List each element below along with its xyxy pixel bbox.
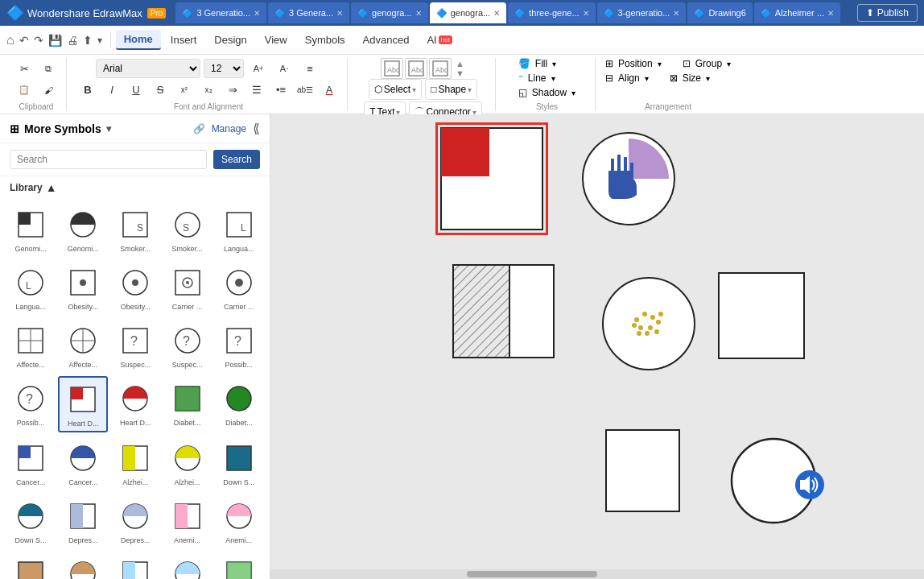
list-item[interactable]: Asthm... <box>58 552 108 579</box>
font-family-select[interactable]: Arial <box>96 59 200 78</box>
tab-close-2[interactable]: ✕ <box>336 9 343 18</box>
list-item[interactable]: Autism... <box>215 552 263 579</box>
list-item[interactable]: Diabet... <box>163 376 212 432</box>
position-dropdown-arrow[interactable]: ▾ <box>658 60 662 68</box>
redo-icon[interactable]: ↷ <box>34 34 43 47</box>
list-item[interactable]: ? Suspec... <box>163 318 212 373</box>
list-item[interactable]: Heart D... <box>58 376 108 432</box>
list-button[interactable]: ☰ <box>245 80 268 101</box>
menu-insert[interactable]: Insert <box>163 31 205 49</box>
canvas-shape-6[interactable] <box>604 428 681 513</box>
list-item[interactable]: Albinis... <box>163 552 212 579</box>
size-dropdown-arrow[interactable]: ▾ <box>706 74 710 83</box>
list-item[interactable]: ? Suspec... <box>111 318 159 373</box>
format-painter-button[interactable]: 🖌 <box>37 80 60 101</box>
tab-7[interactable]: 🔷 Drawing6 <box>687 2 752 23</box>
list-item[interactable]: Down S... <box>215 436 263 490</box>
list-item[interactable]: L Langua... <box>6 260 55 315</box>
tab-close-4[interactable]: ✕ <box>493 9 500 18</box>
canvas-shape-1[interactable] <box>435 122 548 235</box>
list-item[interactable]: Heart D... <box>111 376 159 432</box>
h-scrollbar-thumb[interactable] <box>467 571 597 577</box>
h-scrollbar[interactable] <box>270 569 924 579</box>
underline-button[interactable]: U <box>125 80 147 101</box>
manage-link[interactable]: Manage <box>212 123 246 134</box>
list-item[interactable]: Carrier ... <box>163 260 212 315</box>
search-input[interactable] <box>10 150 207 169</box>
bold-button[interactable]: B <box>76 80 99 101</box>
canvas-shape-3[interactable] <box>452 263 556 360</box>
list-item[interactable]: Cancer... <box>6 436 55 490</box>
print-icon[interactable]: 🖨 <box>67 34 78 47</box>
shadow-dropdown-arrow[interactable]: ▾ <box>571 89 575 97</box>
superscript-button[interactable]: x² <box>173 80 196 101</box>
save-icon[interactable]: 💾 <box>48 34 62 47</box>
decrease-font-button[interactable]: A- <box>273 58 295 79</box>
tab-8[interactable]: 🔷 Alzheimer ... ✕ <box>754 2 840 23</box>
canvas-shape-5[interactable] <box>717 271 806 360</box>
list-item[interactable]: Carrier ... <box>215 260 263 315</box>
tab-1[interactable]: 🔷 3 Generatio... ✕ <box>175 2 266 23</box>
tab-close-8[interactable]: ✕ <box>827 9 834 18</box>
list-item[interactable]: ? Possib... <box>215 318 263 373</box>
list-item[interactable]: Cancer... <box>58 436 108 490</box>
collapse-button[interactable]: ⟪ <box>253 121 260 136</box>
tab-close-5[interactable]: ✕ <box>583 9 589 18</box>
tab-6[interactable]: 🔷 3-generatio... ✕ <box>597 2 687 23</box>
sidebar-title-arrow[interactable]: ▾ <box>106 123 111 134</box>
list-item[interactable]: Depres... <box>111 494 159 548</box>
tab-2[interactable]: 🔷 3 Genera... ✕ <box>268 2 349 23</box>
list-item[interactable]: S Smoker... <box>163 202 212 257</box>
fill-dropdown-arrow[interactable]: ▾ <box>552 60 556 68</box>
menu-ai[interactable]: AI hot <box>419 31 460 49</box>
line-dropdown-arrow[interactable]: ▾ <box>551 74 555 83</box>
font-color-button[interactable]: A <box>318 80 340 101</box>
font-size-select[interactable]: 12 <box>204 59 244 78</box>
list-item[interactable]: Anemi... <box>163 494 212 548</box>
library-collapse-arrow[interactable]: ▲ <box>46 181 57 194</box>
list-item[interactable]: Affecte... <box>6 318 55 373</box>
text-align-button[interactable]: ≡ <box>299 58 321 79</box>
canvas-shape-2[interactable] <box>580 130 677 227</box>
strikethrough-button[interactable]: S <box>149 80 171 101</box>
list-item[interactable]: L Langua... <box>215 202 263 257</box>
list-item[interactable]: Asthm... <box>6 552 55 579</box>
indent-button[interactable]: ⇒ <box>221 80 244 101</box>
tab-5[interactable]: 🔷 three-gene... ✕ <box>508 2 595 23</box>
menu-home[interactable]: Home <box>116 30 161 50</box>
menu-design[interactable]: Design <box>206 31 254 49</box>
list-item[interactable]: Obesity... <box>111 260 159 315</box>
more-icon[interactable]: ▾ <box>97 35 102 46</box>
subscript-button[interactable]: x₂ <box>197 80 220 101</box>
paste-button[interactable]: 📋 <box>13 80 35 101</box>
tab-close-1[interactable]: ✕ <box>254 9 260 18</box>
menu-advanced[interactable]: Advanced <box>355 31 418 49</box>
home-icon[interactable]: ⌂ <box>6 33 14 48</box>
align-dropdown-arrow[interactable]: ▾ <box>645 74 649 83</box>
search-button[interactable]: Search <box>213 150 260 169</box>
canvas-shape-8[interactable] <box>794 469 826 501</box>
undo-icon[interactable]: ↶ <box>19 34 29 47</box>
list-item[interactable]: Obesity... <box>58 260 108 315</box>
list-item[interactable]: Albinis... <box>111 552 159 579</box>
list-item[interactable]: S Smoker... <box>111 202 159 257</box>
menu-symbols[interactable]: Symbols <box>297 31 353 49</box>
list-item[interactable]: Down S... <box>6 494 55 548</box>
tab-3[interactable]: 🔷 genogra... ✕ <box>351 2 428 23</box>
bullet-button[interactable]: •≡ <box>270 80 292 101</box>
tab-close-6[interactable]: ✕ <box>673 9 679 18</box>
list-item[interactable]: ? Possib... <box>6 376 55 432</box>
list-item[interactable]: Anemi... <box>215 494 263 548</box>
italic-button[interactable]: I <box>101 80 123 101</box>
menu-view[interactable]: View <box>257 31 295 49</box>
cut-button[interactable]: ✂ <box>13 58 35 79</box>
list-item[interactable]: Affecte... <box>58 318 108 373</box>
list-item[interactable]: Depres... <box>58 494 108 548</box>
list-item[interactable]: Alzhei... <box>111 436 159 490</box>
increase-font-button[interactable]: A+ <box>247 58 270 79</box>
shape-dropdown[interactable]: □ Shape ▾ <box>425 79 477 100</box>
copy-button[interactable]: ⧉ <box>37 58 60 79</box>
export-icon[interactable]: ⬆ <box>83 34 93 47</box>
group-dropdown-arrow[interactable]: ▾ <box>727 60 731 68</box>
list-item[interactable]: Alzhei... <box>163 436 212 490</box>
